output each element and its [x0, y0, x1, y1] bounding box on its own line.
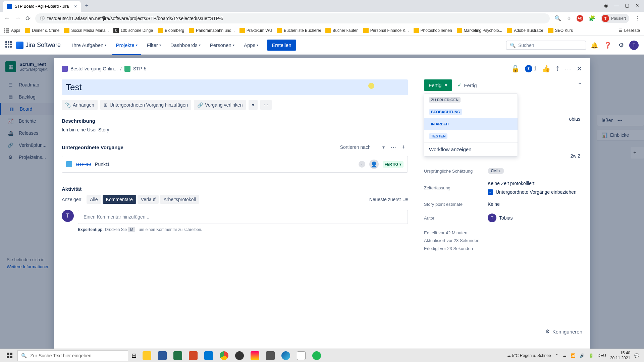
extensions-icon[interactable]: 🧩: [589, 15, 595, 21]
subtask-status-badge[interactable]: FERTIG▾: [383, 161, 404, 168]
start-button[interactable]: [2, 350, 17, 362]
bookmark-item[interactable]: Bloomberg: [158, 28, 184, 33]
app-switcher-icon[interactable]: [5, 41, 13, 49]
subtask-more-icon[interactable]: ⋯: [388, 144, 399, 150]
maximize-icon[interactable]: ▢: [625, 3, 629, 8]
taskbar-app-powerpoint[interactable]: [186, 349, 201, 362]
browser-tab[interactable]: STP Board - Agile-Board - Jira ×: [3, 1, 81, 12]
new-tab-button[interactable]: +: [81, 2, 93, 9]
close-window-icon[interactable]: ✕: [635, 3, 639, 8]
detail-story-points[interactable]: Story point estimate Keine: [424, 198, 582, 210]
tray-chevron-icon[interactable]: ⌃: [555, 353, 558, 358]
taskbar-app-generic2[interactable]: [263, 349, 278, 362]
share-icon[interactable]: ⤴: [556, 65, 559, 73]
bookmark-item[interactable]: Panoramabahn und...: [189, 28, 234, 33]
user-avatar[interactable]: T: [629, 41, 639, 50]
tray-battery-icon[interactable]: 🔋: [589, 353, 594, 358]
taskbar-app-excel[interactable]: [170, 349, 185, 362]
help-icon[interactable]: ❓: [602, 40, 613, 51]
bookmark-item[interactable]: Bücherliste Bücherei: [277, 28, 321, 33]
detail-time-tracking[interactable]: Zeiterfassung Keine Zeit protokolliert ✓…: [424, 177, 582, 198]
tab-history[interactable]: Verlauf: [138, 195, 159, 204]
action-center-icon[interactable]: 💬: [634, 353, 639, 358]
bookmark-item[interactable]: Praktikum WU: [239, 28, 272, 33]
like-icon[interactable]: 👍: [542, 65, 550, 73]
address-bar[interactable]: ⓘ testdeutsch1.atlassian.net/jira/softwa…: [35, 13, 550, 23]
issue-title-input[interactable]: [62, 79, 408, 95]
nav-dashboards[interactable]: Dashboards▾: [167, 40, 204, 50]
description-text[interactable]: Ich bin eine User Story: [62, 127, 408, 132]
sort-button[interactable]: Sortieren nach ▾: [337, 142, 388, 152]
browser-menu-icon[interactable]: ⋮: [635, 15, 640, 21]
taskbar-app-generic1[interactable]: [248, 349, 262, 362]
taskbar-search[interactable]: 🔍 Zur Suche Text hier eingeben: [17, 350, 128, 361]
notifications-icon[interactable]: 🔔: [589, 40, 600, 51]
taskbar-clock[interactable]: 15:40 30.11.2021: [610, 351, 630, 360]
bookmark-item[interactable]: SEO Kurs: [548, 28, 573, 33]
nav-people[interactable]: Personen▾: [207, 40, 238, 50]
taskbar-app-edge[interactable]: [278, 349, 293, 362]
settings-icon[interactable]: ⚙: [616, 40, 627, 51]
close-modal-icon[interactable]: ✕: [577, 65, 582, 73]
subtask-row[interactable]: STP-10 Punkt1 - 👤 FERTIG▾: [62, 156, 408, 173]
profile-switcher-icon[interactable]: ◉: [604, 3, 608, 8]
assignee-avatar[interactable]: 👤: [369, 160, 379, 169]
bookmark-item[interactable]: Marketing Psycholo...: [457, 28, 502, 33]
sort-newest-button[interactable]: Neueste zuerst ↓≡: [369, 197, 408, 202]
status-option-watching[interactable]: BEOBACHTUNG: [424, 106, 518, 118]
details-collapse-icon[interactable]: ⌃: [577, 81, 582, 89]
add-child-button[interactable]: ⊞Untergeordneten Vorgang hinzufügen: [100, 100, 192, 110]
task-view-icon[interactable]: ⊞: [129, 350, 139, 361]
create-button[interactable]: Erstellen: [267, 40, 296, 51]
search-input[interactable]: 🔍 Suchen: [506, 41, 586, 50]
tab-worklog[interactable]: Arbeitsprotokoll: [160, 195, 199, 204]
jira-logo[interactable]: Jira Software: [16, 42, 61, 49]
detail-original-estimate[interactable]: Ursprüngliche Schätzung 0Min.: [424, 165, 582, 177]
tray-volume-icon[interactable]: 🔊: [580, 353, 585, 358]
nav-apps[interactable]: Apps▾: [240, 40, 262, 50]
link-issue-button[interactable]: 🔗Vorgang verlinken: [194, 100, 246, 110]
bookmark-item[interactable]: Dinner & Crime: [25, 28, 59, 33]
nav-projects[interactable]: Projekte▾: [112, 40, 141, 50]
bookmark-apps[interactable]: Apps: [4, 28, 20, 33]
extension-adblock-icon[interactable]: AB: [577, 15, 583, 22]
bookmark-item[interactable]: Photoshop lernen: [414, 28, 452, 33]
tray-wifi-icon[interactable]: 📶: [571, 353, 576, 358]
add-subtask-icon[interactable]: +: [399, 144, 408, 151]
breadcrumb-epic[interactable]: Bestellvorgang Onlin...: [70, 66, 118, 71]
taskbar-app-obs[interactable]: [232, 349, 247, 362]
priority-icon[interactable]: -: [359, 161, 365, 168]
status-option-inprogress[interactable]: IN ARBEIT: [424, 118, 518, 130]
comment-input[interactable]: Einen Kommentar hinzufügen...: [78, 210, 408, 224]
status-option-todo[interactable]: ZU ERLEDIGEN: [424, 94, 518, 106]
breadcrumb-key[interactable]: STP-5: [133, 66, 147, 71]
reading-list-button[interactable]: ☰ Leseliste: [619, 28, 640, 33]
tray-language[interactable]: DEU: [598, 353, 606, 358]
more-actions-button[interactable]: ⋯: [260, 100, 272, 110]
bookmark-star-icon[interactable]: ☆: [567, 15, 571, 21]
tray-onedrive-icon[interactable]: ☁: [562, 353, 567, 358]
view-workflow-link[interactable]: Workflow anzeigen: [424, 142, 518, 156]
more-actions-icon[interactable]: ⋯: [565, 65, 571, 73]
bookmark-item[interactable]: Social Media Mana...: [64, 28, 109, 33]
weather-widget[interactable]: ☁ 5°C Regen u. Schnee: [507, 353, 551, 358]
detail-author[interactable]: Autor T Tobias: [424, 210, 582, 226]
tab-close-icon[interactable]: ×: [74, 4, 77, 9]
attach-button[interactable]: 📎Anhängen: [62, 100, 98, 110]
reload-icon[interactable]: ⟳: [25, 15, 31, 22]
profile-button[interactable]: T Pausiert: [601, 14, 629, 23]
taskbar-app-spotify[interactable]: [309, 349, 324, 362]
status-option-testing[interactable]: TESTEN: [424, 130, 518, 142]
watch-icon[interactable]: 👁: [525, 65, 532, 72]
link-dropdown[interactable]: ▾: [249, 100, 258, 110]
tab-comments[interactable]: Kommentare: [103, 195, 136, 204]
zoom-icon[interactable]: 🔍: [554, 15, 561, 21]
taskbar-app-explorer[interactable]: [140, 349, 154, 362]
bookmark-item[interactable]: Personal Finance K...: [363, 28, 409, 33]
status-button[interactable]: Fertig ▾: [424, 79, 452, 91]
taskbar-app-chrome[interactable]: [217, 349, 231, 362]
nav-your-work[interactable]: Ihre Aufgaben▾: [69, 40, 110, 50]
bookmark-item[interactable]: Adobe Illustrator: [507, 28, 543, 33]
include-subtasks-checkbox[interactable]: ✓: [488, 189, 493, 195]
bookmark-item[interactable]: Bücher kaufen: [325, 28, 358, 33]
